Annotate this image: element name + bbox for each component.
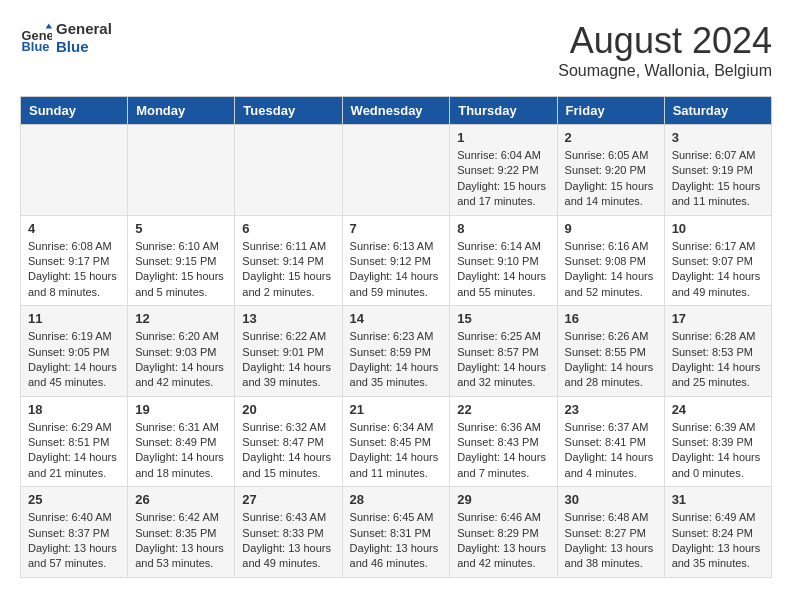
day-number: 1	[457, 130, 549, 145]
day-cell: 9Sunrise: 6:16 AMSunset: 9:08 PMDaylight…	[557, 215, 664, 306]
day-cell: 21Sunrise: 6:34 AMSunset: 8:45 PMDayligh…	[342, 396, 450, 487]
day-info: Sunrise: 6:17 AMSunset: 9:07 PMDaylight:…	[672, 239, 764, 301]
day-info: Sunrise: 6:40 AMSunset: 8:37 PMDaylight:…	[28, 510, 120, 572]
day-cell: 22Sunrise: 6:36 AMSunset: 8:43 PMDayligh…	[450, 396, 557, 487]
day-info: Sunrise: 6:42 AMSunset: 8:35 PMDaylight:…	[135, 510, 227, 572]
day-cell	[21, 125, 128, 216]
day-cell: 23Sunrise: 6:37 AMSunset: 8:41 PMDayligh…	[557, 396, 664, 487]
svg-marker-2	[46, 24, 52, 29]
day-info: Sunrise: 6:49 AMSunset: 8:24 PMDaylight:…	[672, 510, 764, 572]
week-row-5: 25Sunrise: 6:40 AMSunset: 8:37 PMDayligh…	[21, 487, 772, 578]
day-cell: 29Sunrise: 6:46 AMSunset: 8:29 PMDayligh…	[450, 487, 557, 578]
header-sunday: Sunday	[21, 97, 128, 125]
month-year: August 2024	[558, 20, 772, 62]
day-info: Sunrise: 6:25 AMSunset: 8:57 PMDaylight:…	[457, 329, 549, 391]
day-cell: 1Sunrise: 6:04 AMSunset: 9:22 PMDaylight…	[450, 125, 557, 216]
day-cell: 16Sunrise: 6:26 AMSunset: 8:55 PMDayligh…	[557, 306, 664, 397]
day-cell: 18Sunrise: 6:29 AMSunset: 8:51 PMDayligh…	[21, 396, 128, 487]
day-cell: 31Sunrise: 6:49 AMSunset: 8:24 PMDayligh…	[664, 487, 771, 578]
day-cell	[235, 125, 342, 216]
day-cell: 17Sunrise: 6:28 AMSunset: 8:53 PMDayligh…	[664, 306, 771, 397]
day-cell: 2Sunrise: 6:05 AMSunset: 9:20 PMDaylight…	[557, 125, 664, 216]
day-number: 8	[457, 221, 549, 236]
day-info: Sunrise: 6:26 AMSunset: 8:55 PMDaylight:…	[565, 329, 657, 391]
day-cell: 8Sunrise: 6:14 AMSunset: 9:10 PMDaylight…	[450, 215, 557, 306]
day-cell: 19Sunrise: 6:31 AMSunset: 8:49 PMDayligh…	[128, 396, 235, 487]
day-number: 2	[565, 130, 657, 145]
day-number: 28	[350, 492, 443, 507]
day-number: 23	[565, 402, 657, 417]
day-info: Sunrise: 6:34 AMSunset: 8:45 PMDaylight:…	[350, 420, 443, 482]
day-cell: 26Sunrise: 6:42 AMSunset: 8:35 PMDayligh…	[128, 487, 235, 578]
logo-icon: General Blue	[20, 22, 52, 54]
day-cell: 6Sunrise: 6:11 AMSunset: 9:14 PMDaylight…	[235, 215, 342, 306]
svg-text:Blue: Blue	[22, 39, 50, 54]
day-info: Sunrise: 6:14 AMSunset: 9:10 PMDaylight:…	[457, 239, 549, 301]
day-cell: 20Sunrise: 6:32 AMSunset: 8:47 PMDayligh…	[235, 396, 342, 487]
logo: General Blue General Blue	[20, 20, 112, 56]
day-number: 16	[565, 311, 657, 326]
header-thursday: Thursday	[450, 97, 557, 125]
day-cell: 15Sunrise: 6:25 AMSunset: 8:57 PMDayligh…	[450, 306, 557, 397]
day-number: 4	[28, 221, 120, 236]
day-info: Sunrise: 6:11 AMSunset: 9:14 PMDaylight:…	[242, 239, 334, 301]
week-row-2: 4Sunrise: 6:08 AMSunset: 9:17 PMDaylight…	[21, 215, 772, 306]
day-cell: 5Sunrise: 6:10 AMSunset: 9:15 PMDaylight…	[128, 215, 235, 306]
day-number: 15	[457, 311, 549, 326]
day-info: Sunrise: 6:31 AMSunset: 8:49 PMDaylight:…	[135, 420, 227, 482]
day-cell: 7Sunrise: 6:13 AMSunset: 9:12 PMDaylight…	[342, 215, 450, 306]
day-info: Sunrise: 6:19 AMSunset: 9:05 PMDaylight:…	[28, 329, 120, 391]
day-info: Sunrise: 6:08 AMSunset: 9:17 PMDaylight:…	[28, 239, 120, 301]
day-cell: 14Sunrise: 6:23 AMSunset: 8:59 PMDayligh…	[342, 306, 450, 397]
day-info: Sunrise: 6:10 AMSunset: 9:15 PMDaylight:…	[135, 239, 227, 301]
header-friday: Friday	[557, 97, 664, 125]
day-cell: 24Sunrise: 6:39 AMSunset: 8:39 PMDayligh…	[664, 396, 771, 487]
day-cell	[342, 125, 450, 216]
day-info: Sunrise: 6:37 AMSunset: 8:41 PMDaylight:…	[565, 420, 657, 482]
day-cell: 4Sunrise: 6:08 AMSunset: 9:17 PMDaylight…	[21, 215, 128, 306]
day-cell: 30Sunrise: 6:48 AMSunset: 8:27 PMDayligh…	[557, 487, 664, 578]
day-number: 13	[242, 311, 334, 326]
day-number: 29	[457, 492, 549, 507]
week-row-3: 11Sunrise: 6:19 AMSunset: 9:05 PMDayligh…	[21, 306, 772, 397]
day-number: 17	[672, 311, 764, 326]
calendar-table: SundayMondayTuesdayWednesdayThursdayFrid…	[20, 96, 772, 578]
day-cell: 10Sunrise: 6:17 AMSunset: 9:07 PMDayligh…	[664, 215, 771, 306]
location: Soumagne, Wallonia, Belgium	[558, 62, 772, 80]
day-number: 7	[350, 221, 443, 236]
logo-general: General	[56, 20, 112, 38]
day-cell: 11Sunrise: 6:19 AMSunset: 9:05 PMDayligh…	[21, 306, 128, 397]
day-cell: 27Sunrise: 6:43 AMSunset: 8:33 PMDayligh…	[235, 487, 342, 578]
day-info: Sunrise: 6:46 AMSunset: 8:29 PMDaylight:…	[457, 510, 549, 572]
day-info: Sunrise: 6:23 AMSunset: 8:59 PMDaylight:…	[350, 329, 443, 391]
day-number: 11	[28, 311, 120, 326]
day-info: Sunrise: 6:39 AMSunset: 8:39 PMDaylight:…	[672, 420, 764, 482]
day-cell	[128, 125, 235, 216]
day-number: 12	[135, 311, 227, 326]
day-number: 24	[672, 402, 764, 417]
day-number: 10	[672, 221, 764, 236]
day-cell: 28Sunrise: 6:45 AMSunset: 8:31 PMDayligh…	[342, 487, 450, 578]
header-wednesday: Wednesday	[342, 97, 450, 125]
day-info: Sunrise: 6:36 AMSunset: 8:43 PMDaylight:…	[457, 420, 549, 482]
day-number: 6	[242, 221, 334, 236]
day-number: 9	[565, 221, 657, 236]
header-monday: Monday	[128, 97, 235, 125]
day-info: Sunrise: 6:32 AMSunset: 8:47 PMDaylight:…	[242, 420, 334, 482]
title-area: August 2024 Soumagne, Wallonia, Belgium	[558, 20, 772, 80]
day-number: 21	[350, 402, 443, 417]
header: General Blue General Blue August 2024 So…	[20, 20, 772, 80]
day-info: Sunrise: 6:29 AMSunset: 8:51 PMDaylight:…	[28, 420, 120, 482]
day-info: Sunrise: 6:45 AMSunset: 8:31 PMDaylight:…	[350, 510, 443, 572]
day-info: Sunrise: 6:16 AMSunset: 9:08 PMDaylight:…	[565, 239, 657, 301]
day-number: 3	[672, 130, 764, 145]
day-number: 26	[135, 492, 227, 507]
day-number: 27	[242, 492, 334, 507]
day-number: 31	[672, 492, 764, 507]
day-number: 20	[242, 402, 334, 417]
day-number: 22	[457, 402, 549, 417]
day-number: 5	[135, 221, 227, 236]
day-info: Sunrise: 6:20 AMSunset: 9:03 PMDaylight:…	[135, 329, 227, 391]
day-info: Sunrise: 6:43 AMSunset: 8:33 PMDaylight:…	[242, 510, 334, 572]
day-number: 19	[135, 402, 227, 417]
